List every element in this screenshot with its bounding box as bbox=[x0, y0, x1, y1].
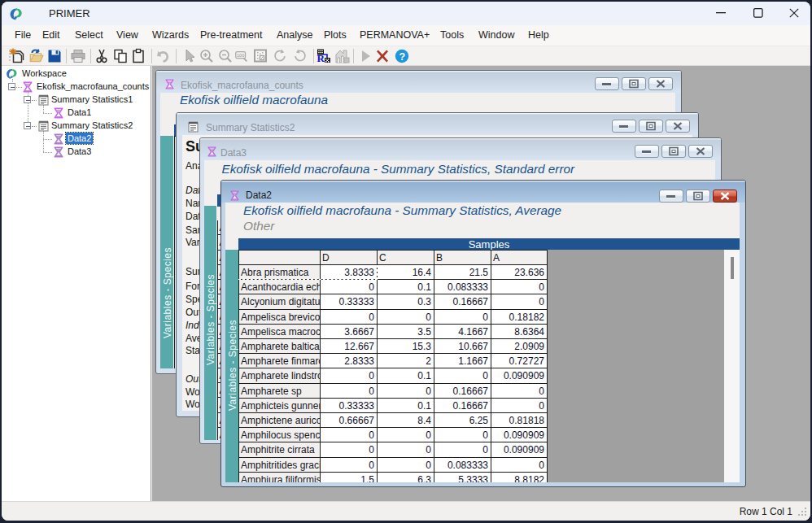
svg-text:?: ? bbox=[399, 51, 405, 63]
svg-text:100: 100 bbox=[237, 53, 244, 58]
